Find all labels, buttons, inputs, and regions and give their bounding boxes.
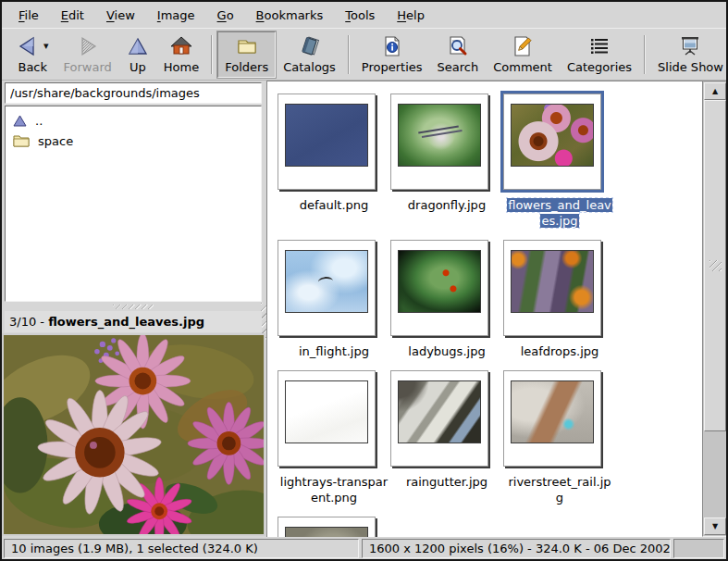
thumbnail-raingutter[interactable]: raingutter.jpg [390,370,503,505]
browser-status-label: 3/10 - flowers_and_leaves.jpg [5,311,262,332]
up-button[interactable]: Up [119,31,156,78]
thumbnail-image [511,250,594,313]
folders-icon [236,35,258,57]
image-preview[interactable] [2,333,265,536]
search-icon [447,35,469,57]
folder-item-space[interactable]: space [6,131,261,151]
thumbnail-default[interactable]: default.png [278,94,390,229]
thumbnail-partial[interactable] [278,517,390,537]
thumbnail-image [285,380,368,443]
folders-button[interactable]: Folders [217,31,276,78]
thumbnail-image [285,527,368,537]
thumbnail-image [285,104,368,167]
thumbnail-image [511,104,594,167]
toolbar-separator [211,35,213,74]
statusbar: 10 images (1.9 MB), 1 selected (324.0 K)… [2,537,726,560]
menu-view[interactable]: View [95,5,146,26]
home-button[interactable]: Home [156,31,206,78]
thumbnail-image [398,250,481,313]
forward-button: Forward [56,31,119,78]
comment-icon [512,35,534,57]
folder-icon [13,134,30,147]
splitter-grip [113,305,154,309]
back-dropdown-arrow[interactable]: ▾ [43,42,49,51]
menu-edit[interactable]: Edit [50,5,95,26]
gthumb-window: File Edit View Image Go Bookmarks Tools … [0,0,728,561]
search-button[interactable]: Search [430,31,487,78]
scroll-up-arrow-icon[interactable]: ▲ [704,82,726,100]
toolbar: ▾ Back Forward Up Home [2,28,726,81]
up-folder-icon [13,115,27,127]
thumbnail-image [398,380,481,443]
toolbar-separator [644,35,646,74]
properties-button[interactable]: Properties [354,31,430,78]
thumbnail-grid: default.png dragonfly.jpg flowers_and_le… [267,81,702,537]
catalogs-button[interactable]: Catalogs [276,31,343,78]
current-filename: flowers_and_leaves.jpg [48,315,204,329]
vertical-scrollbar[interactable]: ▲ ▼ [702,81,728,537]
scrollbar-grip [709,260,722,271]
thumbnail-ladybugs[interactable]: ladybugs.jpg [390,240,503,359]
thumbnail-dragonfly[interactable]: dragonfly.jpg [390,94,503,229]
catalogs-icon [299,35,321,57]
properties-icon [381,35,403,57]
menu-go[interactable]: Go [206,5,245,26]
thumbnail-pane: default.png dragonfly.jpg flowers_and_le… [266,81,702,537]
menu-help[interactable]: Help [386,5,436,26]
menu-tools[interactable]: Tools [334,5,386,26]
comment-button[interactable]: Comment [486,31,560,78]
scroll-down-arrow-icon[interactable]: ▼ [704,517,726,535]
thumbnail-image [398,104,481,167]
menu-bookmarks[interactable]: Bookmarks [245,5,335,26]
preview-flowers-image [4,335,264,534]
thumbnail-image [285,250,368,313]
up-icon [127,35,149,57]
slideshow-icon [679,35,701,57]
menu-file[interactable]: File [7,5,50,26]
statusbar-resize-grip[interactable] [673,539,724,558]
folder-item-parent[interactable]: .. [6,110,261,131]
thumbnail-leafdrops[interactable]: leafdrops.jpg [503,240,616,359]
back-button[interactable]: ▾ Back [9,31,56,78]
location-input[interactable] [5,82,262,104]
thumbnail-lightrays[interactable]: lightrays-transparent.png [278,370,390,505]
statusbar-image-info: 1600 x 1200 pixels (16%) - 324.0 K - 06 … [362,539,671,558]
folder-list: .. space [5,106,262,302]
home-icon [170,35,192,57]
thumbnail-flowers-and-leaves[interactable]: flowers_and_leaves.jpg [503,94,616,229]
toolbar-separator [348,35,350,74]
menu-image[interactable]: Image [146,5,206,26]
thumbnail-in-flight[interactable]: in_flight.jpg [278,240,390,359]
categories-icon [588,35,611,57]
scrollbar-thumb[interactable] [704,100,726,431]
thumbnail-image [511,380,594,443]
slideshow-button[interactable]: Slide Show [650,31,728,78]
thumbnail-riverstreet-rail[interactable]: riverstreet_rail.jpg [503,370,616,505]
categories-button[interactable]: Categories [560,31,639,78]
forward-icon [77,35,99,57]
statusbar-file-info: 10 images (1.9 MB), 1 selected (324.0 K) [4,539,359,558]
menubar: File Edit View Image Go Bookmarks Tools … [2,2,726,28]
back-icon [17,35,39,57]
